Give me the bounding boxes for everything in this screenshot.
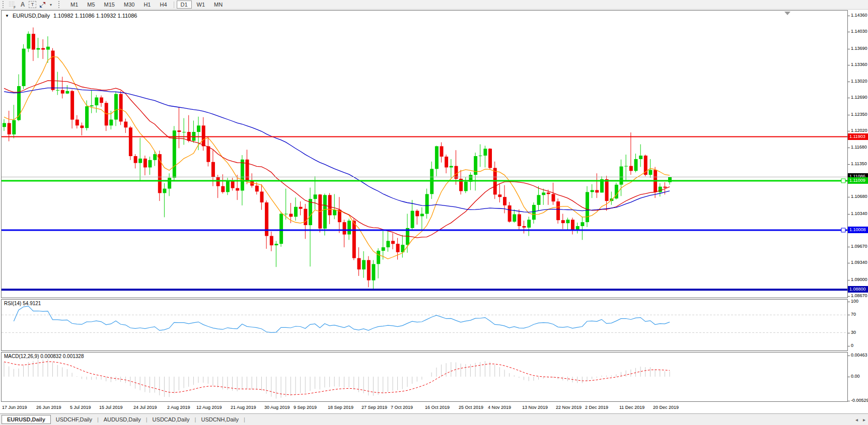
chart-symbol-label: EURUSD,Daily: [13, 13, 50, 19]
candle: [503, 197, 507, 205]
tab-eurusd-daily[interactable]: EURUSD,Daily: [2, 415, 51, 424]
timeframe-mn[interactable]: MN: [210, 1, 227, 9]
tab-usdcad-daily[interactable]: USDCAD,Daily: [148, 415, 195, 424]
timeframe-w1[interactable]: W1: [193, 1, 209, 9]
price-tick-mark: [848, 16, 850, 16]
text-label-tool-icon[interactable]: T: [29, 1, 36, 8]
candle: [595, 190, 599, 193]
symbol-dropdown-icon[interactable]: ▼: [5, 14, 9, 18]
line-handle[interactable]: [841, 179, 845, 183]
toolbar-separator-grip[interactable]: [58, 1, 61, 8]
price-axis-label: 1.10340: [851, 211, 867, 216]
date-axis-label: 15 Jul 2019: [99, 405, 123, 410]
candle: [518, 215, 521, 227]
text-tool-icon[interactable]: A: [19, 1, 27, 9]
tab-separator: |: [244, 416, 245, 422]
timeframe-h4[interactable]: H4: [156, 1, 171, 9]
candle: [474, 156, 477, 175]
timeframe-h1[interactable]: H1: [139, 1, 155, 9]
svg-text:F: F: [14, 6, 16, 9]
tabs-scroll-left-icon[interactable]: ◂: [855, 417, 858, 422]
candle: [274, 244, 278, 245]
candle: [605, 179, 609, 201]
chart-tabs-bar: EURUSD,DailyUSDCHF,Daily|AUDUSD,Daily|US…: [0, 413, 868, 425]
macd-canvas[interactable]: [2, 352, 847, 401]
date-axis-label: 4 Nov 2019: [488, 405, 511, 410]
date-axis-label: 27 Sep 2019: [361, 405, 387, 410]
candle: [124, 122, 127, 128]
price-line-label: 1.08800: [848, 286, 868, 293]
rsi-tick-mark: [848, 315, 850, 315]
candle: [377, 251, 380, 264]
rsi-tick-mark: [848, 346, 850, 346]
tab-usdchf-daily[interactable]: USDCHF,Daily: [51, 415, 97, 424]
candle: [85, 106, 89, 128]
date-axis-label: 2 Dec 2019: [585, 405, 608, 410]
candle: [289, 214, 293, 217]
macd-panel[interactable]: MACD(12,26,9) 0.000832 0.001328: [1, 352, 848, 402]
main-chart-panel[interactable]: ▼ EURUSD,Daily 1.10982 1.11086 1.10932 1…: [1, 10, 848, 298]
candle: [629, 166, 633, 171]
candle: [260, 192, 264, 203]
arrows-tool-icon[interactable]: [38, 1, 46, 9]
candle: [80, 125, 84, 128]
candle: [367, 260, 371, 280]
candle: [197, 125, 200, 132]
rsi-panel[interactable]: RSI(14) 54.9121: [1, 299, 848, 351]
date-axis-label: 2 Aug 2019: [167, 405, 190, 410]
timeframe-divider: [174, 2, 174, 8]
timeframe-m5[interactable]: M5: [83, 1, 99, 9]
arrows-dropdown-icon[interactable]: ▼: [47, 1, 55, 9]
candle: [547, 192, 550, 194]
candle: [211, 162, 215, 177]
chart-shift-marker[interactable]: [784, 12, 790, 15]
candle: [450, 166, 453, 168]
timeframe-m30[interactable]: M30: [120, 1, 138, 9]
candle: [236, 188, 239, 191]
candle: [8, 123, 11, 134]
fibonacci-tool-icon[interactable]: F: [9, 1, 17, 9]
timeframe-d1[interactable]: D1: [177, 1, 192, 9]
timeframe-m1[interactable]: M1: [66, 1, 82, 9]
timeframe-buttons: M1M5M15M30H1H4D1W1MN: [66, 1, 227, 9]
tabs-scroll-right-icon[interactable]: ▸: [863, 417, 865, 422]
candle: [221, 186, 225, 192]
candle: [532, 205, 536, 220]
chart-ohlc-values: 1.10982 1.11086 1.10932 1.11086: [53, 13, 137, 19]
candle: [129, 127, 132, 156]
price-axis[interactable]: 1.143601.140301.136901.133601.130201.126…: [848, 10, 868, 403]
price-axis-label: 1.12020: [851, 128, 867, 133]
tab-usdcnh-daily[interactable]: USDCNH,Daily: [196, 415, 244, 424]
main-chart-canvas[interactable]: [2, 11, 847, 298]
sma-8-line: [4, 56, 670, 259]
date-axis-label: 12 Aug 2019: [196, 405, 222, 410]
candle: [134, 156, 137, 163]
date-axis-label: 5 Jul 2019: [70, 405, 91, 410]
fibonacci-icon: F: [9, 1, 17, 9]
candle: [659, 187, 662, 192]
line-handle[interactable]: [841, 228, 845, 232]
candle: [32, 34, 35, 49]
candle: [347, 221, 351, 234]
tab-audusd-daily[interactable]: AUDUSD,Daily: [99, 415, 146, 424]
sma-55-line: [4, 88, 670, 212]
price-axis-label: 1.09000: [851, 277, 867, 282]
candle: [523, 226, 526, 228]
date-axis[interactable]: 17 Jun 201926 Jun 20195 Jul 201915 Jul 2…: [1, 402, 848, 413]
toolbar-drag-grip[interactable]: [3, 1, 5, 8]
candle: [440, 146, 444, 157]
candle: [420, 214, 424, 217]
date-axis-label: 30 Aug 2019: [264, 405, 290, 410]
candle: [95, 98, 98, 106]
chart-title: ▼ EURUSD,Daily 1.10982 1.11086 1.10932 1…: [5, 13, 137, 19]
macd-axis-label: -0.00529: [851, 398, 868, 403]
candle: [231, 181, 235, 188]
timeframe-m15[interactable]: M15: [100, 1, 119, 9]
date-axis-label: 13 Nov 2019: [522, 405, 548, 410]
candle: [333, 210, 336, 216]
candle: [566, 220, 569, 223]
candle: [149, 160, 152, 168]
candle: [304, 209, 307, 225]
rsi-canvas[interactable]: [2, 300, 847, 350]
candle: [508, 205, 512, 222]
